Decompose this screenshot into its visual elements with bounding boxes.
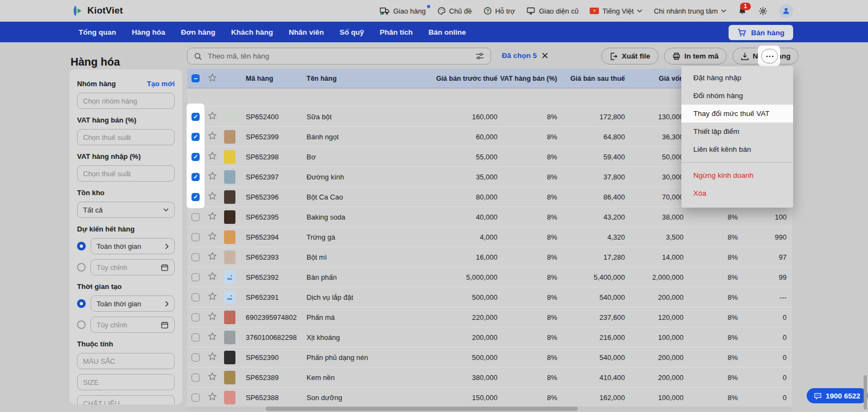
table-row[interactable]: 3760100682298Xịt khoáng200,0008%216,0001… [187,327,792,347]
row-checkbox[interactable] [192,333,200,342]
row-checkbox[interactable] [192,193,200,201]
topbar-item-theme[interactable]: Chủ đề [437,7,472,15]
menu-item[interactable]: Đổi nhóm hàng [681,87,793,105]
table-row[interactable]: SP652389Kem nền380,0008%410,400200,0008%… [187,367,792,387]
topbar-item-delivery[interactable]: Giao hàng [380,7,426,15]
favorite-star[interactable] [208,191,224,202]
topbar-item-support[interactable]: ?Hỗ trợ [483,7,515,15]
favorite-star[interactable] [208,171,224,182]
nav-item[interactable]: Khách hàng [231,28,273,36]
user-avatar[interactable] [779,4,793,18]
radio-option-out-of-stock-forecast-0[interactable]: Toàn thời gian [77,238,175,254]
menu-item[interactable]: Xóa [681,184,793,202]
stock-qty: 990 [738,233,787,241]
table-row[interactable]: SP652388Son dưỡng150,0008%162,000100,000… [187,387,792,407]
table-row[interactable]: SP652392Bàn phấn5,000,0008%5,400,0002,00… [187,267,792,287]
row-checkbox[interactable] [192,133,200,141]
page-title: Hàng hóa [71,56,120,68]
nav-item[interactable]: Đơn hàng [181,28,216,36]
radio-option-out-of-stock-forecast-1[interactable]: Tùy chỉnh [77,259,175,275]
menu-item[interactable]: Thiết lập điểm [681,123,793,140]
row-checkbox[interactable] [192,273,200,281]
favorite-star[interactable] [208,231,224,242]
row-checkbox[interactable] [192,173,200,181]
radio-option-created-time-1[interactable]: Tùy chỉnh [77,317,175,333]
row-checkbox[interactable] [192,233,200,241]
filter-sliders-icon[interactable] [475,52,484,61]
more-actions-button[interactable] [761,49,778,63]
menu-item[interactable]: Ngừng kinh doanh [681,166,793,184]
attribute-input[interactable]: CHẤT LIỆU [77,395,175,404]
clear-selection-icon[interactable] [542,53,548,59]
attribute-input[interactable]: MÀU SẮC [77,353,175,369]
select-all-checkbox[interactable] [192,74,200,82]
favorite-star[interactable] [208,131,224,142]
sell-button[interactable]: Bán hàng [729,25,793,40]
filter-input-product-group[interactable]: Chọn nhóm hàng [77,93,175,109]
filter-input-vat-import[interactable]: Chọn thuế suất [77,165,175,182]
branch-selector[interactable]: Chi nhánh trung tâm [654,7,726,15]
favorite-star[interactable] [208,312,224,323]
favorite-star[interactable] [208,252,224,262]
table-row[interactable]: SP652395Baking soda40,0008%43,20038,0008… [187,207,792,227]
favorite-star[interactable] [208,211,224,222]
vat-sale: 8% [497,213,557,221]
row-checkbox[interactable] [192,213,200,221]
nav-item[interactable]: Sổ quỹ [340,28,364,36]
favorite-star[interactable] [208,392,224,403]
horizontal-scrollbar-thumb[interactable] [266,407,578,411]
row-checkbox[interactable] [192,374,200,382]
row-checkbox[interactable] [192,293,200,301]
favorite-star[interactable] [208,352,224,363]
table-row[interactable]: SP652391Dịch vụ lắp đặt500,0008%540,0002… [187,287,792,307]
menu-item[interactable]: Đặt hàng nhập [681,69,793,87]
filter-input-vat-sale[interactable]: Chọn thuế suất [77,129,175,145]
favorite-star[interactable] [208,111,224,122]
notifications-button[interactable]: 1 [738,7,747,16]
radio-selected[interactable] [77,242,86,250]
vat-sale: 8% [497,313,557,321]
row-checkbox[interactable] [192,313,200,321]
favorite-star[interactable] [208,372,224,383]
favorite-star[interactable] [208,151,224,162]
create-new-link[interactable]: Tạo mới [147,80,175,88]
cost-price: 50,000 [625,153,684,161]
row-checkbox[interactable] [192,353,200,362]
selected-filter-chip[interactable]: Đã chọn 5 [502,52,548,60]
nav-item[interactable]: Bán online [429,28,466,36]
vat-sale: 8% [497,353,557,362]
row-checkbox[interactable] [192,394,200,402]
menu-item[interactable]: Liên kết kênh bán [681,140,793,158]
radio-selected[interactable] [77,299,86,308]
favorite-star[interactable] [208,332,224,343]
attribute-input[interactable]: SIZE [77,374,175,390]
filter-select-stock[interactable]: Tất cả [77,202,175,218]
row-checkbox[interactable] [192,153,200,161]
topbar-item-old-interface[interactable]: Giao diện cũ [526,7,578,15]
nav-item[interactable]: Nhân viên [289,28,324,36]
search-input[interactable] [207,52,471,61]
table-row[interactable]: SP652390Phấn phủ dạng nén500,0008%540,00… [187,347,792,367]
radio-option-created-time-0[interactable]: Toàn thời gian [77,295,175,312]
favorite-star[interactable] [208,272,224,282]
vertical-scrollbar-thumb[interactable] [864,375,867,410]
menu-item[interactable]: Thay đổi mức thuế VAT [681,105,793,123]
favorite-star[interactable] [208,292,224,302]
print-barcode-button[interactable]: In tem mã [664,48,727,65]
settings-button[interactable] [758,7,768,16]
table-row[interactable]: SP652394Trứng gà4,0008%4,3203,5008%990 [187,227,792,247]
table-row[interactable]: 6902395974802Phấn má220,0008%237,600120,… [187,307,792,327]
radio-unselected[interactable] [77,263,86,272]
filter-label-attributes: Thuộc tính [77,340,175,348]
brand[interactable]: KiotViet [71,0,123,22]
nav-item[interactable]: Phân tích [380,28,413,36]
export-button[interactable]: Xuất file [601,48,659,65]
nav-item[interactable]: Hàng hóa [132,28,165,36]
row-checkbox[interactable] [192,113,200,121]
language-selector[interactable]: ★ Tiếng Việt [590,7,642,15]
support-phone-button[interactable]: 1900 6522 [807,388,867,403]
row-checkbox[interactable] [192,253,200,261]
radio-unselected[interactable] [77,320,86,329]
nav-item[interactable]: Tổng quan [79,28,116,36]
table-row[interactable]: SP652393Bột mì16,0008%17,28014,0008%97 [187,247,792,267]
